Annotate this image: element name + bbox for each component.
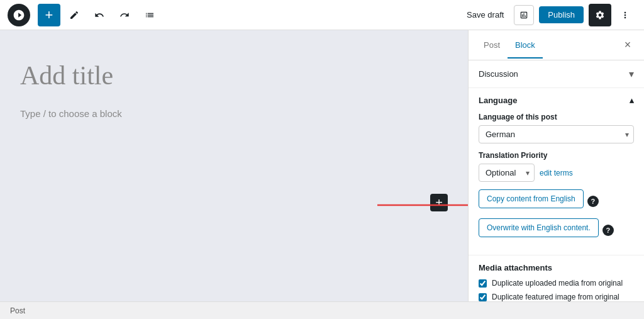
toolbar: + Save draft Publish xyxy=(0,0,644,30)
duplicate-media-row: Duplicate uploaded media from original xyxy=(479,279,634,288)
settings-button[interactable] xyxy=(589,4,611,26)
add-block-canvas-button[interactable]: + xyxy=(430,194,448,211)
language-collapse-icon: ▴ xyxy=(630,96,634,105)
pen-icon xyxy=(69,10,79,20)
publish-button[interactable]: Publish xyxy=(539,6,584,23)
wp-logo-icon xyxy=(13,9,25,21)
language-of-post-field: Language of this post German English Fre… xyxy=(479,113,634,143)
priority-select-wrapper: Optional Normal High xyxy=(479,164,535,182)
editor-canvas: Add title Type / to choose a block + xyxy=(20,55,448,244)
discussion-section: Discussion ▾ xyxy=(469,60,644,88)
main-layout: Add title Type / to choose a block + Pos… xyxy=(0,30,644,301)
preview-button[interactable] xyxy=(514,5,534,25)
sidebar: Post Block × Discussion ▾ Language ▴ Lan… xyxy=(468,30,644,301)
block-tools-button[interactable] xyxy=(63,4,86,26)
more-options-button[interactable] xyxy=(614,4,636,26)
duplicate-featured-row: Duplicate featured image from original xyxy=(479,293,634,301)
status-bar-label: Post xyxy=(10,306,25,315)
duplicate-media-checkbox[interactable] xyxy=(479,279,487,288)
title-placeholder[interactable]: Add title xyxy=(20,55,448,96)
media-attachments-section: Media attachments Duplicate uploaded med… xyxy=(469,255,644,301)
redo-icon xyxy=(119,10,130,20)
discussion-section-header[interactable]: Discussion ▾ xyxy=(479,68,634,80)
tab-post[interactable]: Post xyxy=(476,33,508,59)
wp-logo xyxy=(8,4,30,26)
language-select[interactable]: German English French Spanish xyxy=(479,125,634,143)
settings-icon xyxy=(595,10,605,20)
undo-icon xyxy=(94,10,104,20)
language-select-wrapper: German English French Spanish xyxy=(479,125,634,143)
close-sidebar-button[interactable]: × xyxy=(619,36,636,54)
priority-row: Optional Normal High edit terms xyxy=(479,164,634,182)
block-placeholder: Type / to choose a block xyxy=(20,106,448,121)
overwrite-help-icon[interactable]: ? xyxy=(602,225,614,236)
more-vertical-icon xyxy=(620,10,630,20)
sidebar-tabs: Post Block × xyxy=(469,30,644,60)
list-view-button[interactable] xyxy=(138,4,161,26)
list-view-icon xyxy=(145,10,155,20)
tab-block[interactable]: Block xyxy=(508,33,543,59)
discussion-toggle-icon: ▾ xyxy=(629,68,634,80)
duplicate-featured-checkbox[interactable] xyxy=(479,293,487,301)
edit-terms-link[interactable]: edit terms xyxy=(540,169,573,177)
language-section-header[interactable]: Language ▴ xyxy=(479,96,634,105)
add-block-toolbar-button[interactable]: + xyxy=(38,4,60,26)
priority-select[interactable]: Optional Normal High xyxy=(479,164,535,182)
undo-button[interactable] xyxy=(88,4,111,26)
status-bar: Post xyxy=(0,301,644,319)
translation-priority-field: Translation Priority Optional Normal Hig… xyxy=(479,151,634,182)
copy-help-icon[interactable]: ? xyxy=(587,196,599,207)
save-draft-button[interactable]: Save draft xyxy=(459,6,511,23)
preview-icon xyxy=(519,11,528,20)
copy-content-row: Copy content from English ? xyxy=(479,189,634,213)
overwrite-content-row: Overwrite with English content. ? xyxy=(479,218,634,242)
editor-area: Add title Type / to choose a block + xyxy=(0,30,468,301)
overwrite-content-button[interactable]: Overwrite with English content. xyxy=(479,218,599,237)
language-section: Language ▴ Language of this post German … xyxy=(469,88,644,255)
redo-button[interactable] xyxy=(113,4,136,26)
copy-content-button[interactable]: Copy content from English xyxy=(479,189,584,208)
